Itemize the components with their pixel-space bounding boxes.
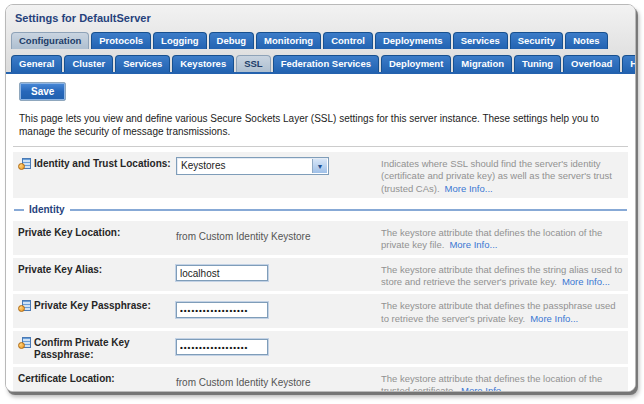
tab-debug[interactable]: Debug bbox=[209, 32, 255, 49]
form-row: Certificate Location:from Custom Identit… bbox=[13, 367, 628, 392]
window-header: Settings for DefaultServer Configuration… bbox=[6, 5, 635, 74]
tab-configuration[interactable]: Configuration bbox=[11, 32, 89, 49]
tab-deployments[interactable]: Deployments bbox=[375, 32, 451, 49]
save-button-top[interactable]: Save bbox=[19, 82, 66, 101]
section-identity-label: Identity bbox=[29, 204, 65, 215]
tab-control[interactable]: Control bbox=[323, 32, 373, 49]
tab-general[interactable]: General bbox=[11, 55, 62, 72]
change-assistant-icon bbox=[18, 337, 31, 349]
field-control-cell bbox=[176, 298, 381, 318]
secondary-tab-bar: GeneralClusterServicesKeystoresSSLFedera… bbox=[6, 54, 635, 74]
form-row: Confirm Private Key Passphrase: bbox=[13, 331, 628, 364]
tab-ssl[interactable]: SSL bbox=[236, 55, 270, 72]
field-label: Confirm Private Key Passphrase: bbox=[34, 337, 176, 361]
tab-security[interactable]: Security bbox=[510, 32, 564, 49]
more-info-link[interactable]: More Info... bbox=[449, 239, 497, 250]
field-help-text: Indicates where SSL should find the serv… bbox=[381, 156, 623, 195]
certificate-location-value: from Custom Identity Keystore bbox=[176, 375, 311, 388]
field-control-cell: from Custom Identity Keystore bbox=[176, 225, 381, 244]
content-area: Save This page lets you view and define … bbox=[6, 74, 635, 392]
tab-logging[interactable]: Logging bbox=[153, 32, 206, 49]
field-label: Private Key Location: bbox=[18, 227, 120, 239]
primary-tab-bar: ConfigurationProtocolsLoggingDebugMonito… bbox=[6, 31, 635, 49]
field-help-text bbox=[381, 335, 623, 337]
private-key-alias-input[interactable] bbox=[176, 265, 268, 281]
more-info-link[interactable]: More Info... bbox=[562, 276, 610, 287]
tab-health-monitoring[interactable]: Health Monitoring bbox=[622, 55, 636, 72]
section-identity: Identity bbox=[14, 204, 627, 215]
form-row: Private Key Alias:The keystore attribute… bbox=[13, 258, 628, 292]
change-assistant-icon bbox=[18, 300, 31, 312]
tab-overload[interactable]: Overload bbox=[563, 55, 620, 72]
more-info-link[interactable]: More Info... bbox=[461, 385, 509, 392]
select-value: Keystores bbox=[177, 158, 328, 173]
more-info-link[interactable]: More Info... bbox=[530, 313, 578, 324]
change-assistant-icon bbox=[18, 158, 31, 170]
field-help-text: The keystore attribute that defines the … bbox=[381, 298, 623, 325]
field-control-cell: from Custom Identity Keystore bbox=[176, 371, 381, 390]
field-control-cell bbox=[176, 262, 381, 282]
field-label-cell: Identity and Trust Locations: bbox=[18, 156, 176, 170]
identity-trust-locations-select[interactable]: Keystores▼ bbox=[176, 157, 329, 175]
tab-federation-services[interactable]: Federation Services bbox=[273, 55, 379, 72]
field-label-cell: Confirm Private Key Passphrase: bbox=[18, 335, 176, 361]
tab-monitoring[interactable]: Monitoring bbox=[256, 32, 321, 49]
field-help-text: The keystore attribute that defines the … bbox=[381, 371, 623, 392]
tab-tuning[interactable]: Tuning bbox=[514, 55, 561, 72]
page-title: Settings for DefaultServer bbox=[15, 12, 635, 24]
field-help-text: The keystore attribute that defines the … bbox=[381, 262, 623, 289]
tab-notes[interactable]: Notes bbox=[565, 32, 607, 49]
field-label-cell: Private Key Alias: bbox=[18, 262, 176, 276]
confirm-private-key-passphrase-input[interactable] bbox=[176, 339, 268, 355]
form-row: Private Key Location:from Custom Identit… bbox=[13, 221, 628, 255]
private-key-passphrase-input[interactable] bbox=[176, 302, 268, 318]
field-label: Certificate Location: bbox=[18, 373, 115, 385]
field-label: Private Key Alias: bbox=[18, 264, 102, 276]
tab-migration[interactable]: Migration bbox=[453, 55, 512, 72]
form-row: Private Key Passphrase:The keystore attr… bbox=[13, 294, 628, 328]
field-label-cell: Certificate Location: bbox=[18, 371, 176, 385]
field-label-cell: Private Key Location: bbox=[18, 225, 176, 239]
tab-cluster[interactable]: Cluster bbox=[64, 55, 113, 72]
divider-top bbox=[13, 146, 628, 147]
field-label: Private Key Passphrase: bbox=[34, 300, 151, 312]
tab-protocols[interactable]: Protocols bbox=[91, 32, 151, 49]
form-rows-top: Identity and Trust Locations:Keystores▼I… bbox=[13, 152, 628, 198]
tab-deployment[interactable]: Deployment bbox=[381, 55, 451, 72]
settings-window: Settings for DefaultServer Configuration… bbox=[5, 4, 636, 392]
field-label-cell: Private Key Passphrase: bbox=[18, 298, 176, 312]
field-label: Identity and Trust Locations: bbox=[34, 158, 171, 170]
page-description: This page lets you view and define vario… bbox=[19, 112, 626, 138]
field-control-cell: Keystores▼ bbox=[176, 156, 381, 175]
form-row: Identity and Trust Locations:Keystores▼I… bbox=[13, 152, 628, 198]
more-info-link[interactable]: More Info... bbox=[445, 183, 493, 194]
tab-services[interactable]: Services bbox=[453, 32, 508, 49]
form-rows-identity: Private Key Location:from Custom Identit… bbox=[13, 221, 628, 392]
chevron-down-icon[interactable]: ▼ bbox=[312, 159, 327, 173]
private-key-location-value: from Custom Identity Keystore bbox=[176, 229, 311, 242]
field-help-text: The keystore attribute that defines the … bbox=[381, 225, 623, 252]
tab-keystores[interactable]: Keystores bbox=[172, 55, 234, 72]
tab-services[interactable]: Services bbox=[115, 55, 170, 72]
field-control-cell bbox=[176, 335, 381, 355]
